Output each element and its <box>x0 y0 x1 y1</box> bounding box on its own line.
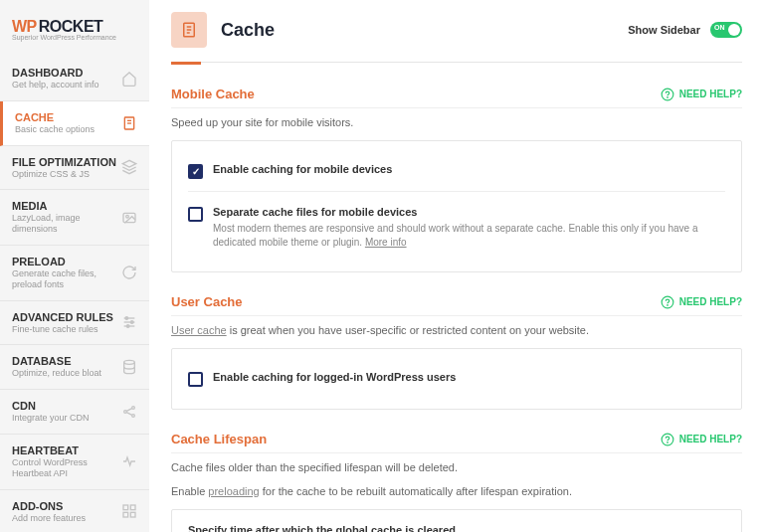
header: Cache Show Sidebar ON <box>171 12 742 63</box>
cache-icon <box>171 12 207 48</box>
opt-label: Enable caching for mobile devices <box>213 163 725 175</box>
refresh-icon <box>121 265 137 280</box>
svg-rect-19 <box>130 505 135 510</box>
more-info-link[interactable]: More info <box>365 237 407 248</box>
nav-title: DATABASE <box>12 355 101 367</box>
nav-desc: Generate cache files, preload fonts <box>12 268 121 290</box>
nav-desc: LazyLoad, image dimensions <box>12 213 121 235</box>
opt-enable-user-cache: Enable caching for logged-in WordPress u… <box>188 363 725 395</box>
svg-point-5 <box>126 215 129 218</box>
svg-point-9 <box>125 317 128 320</box>
sidebar-item-cdn[interactable]: CDNIntegrate your CDN <box>0 390 149 435</box>
nav-desc: Add more features <box>12 513 86 524</box>
sidebar-item-file-optimization[interactable]: FILE OPTIMIZATIONOptimize CSS & JS <box>0 146 149 191</box>
svg-point-14 <box>132 407 135 410</box>
need-help-lifespan[interactable]: NEED HELP? <box>661 433 742 446</box>
db-icon <box>121 359 137 375</box>
help-icon <box>661 433 674 446</box>
need-help-user[interactable]: NEED HELP? <box>661 295 742 309</box>
show-sidebar-label: Show Sidebar <box>628 24 700 36</box>
opt-separate-mobile-cache: Separate cache files for mobile devices … <box>188 191 725 258</box>
home-icon <box>121 71 137 87</box>
panel-mobile: Enable caching for mobile devices Separa… <box>171 140 742 272</box>
nav-desc: Fine-tune cache rules <box>12 324 113 335</box>
page-title: Cache <box>221 20 275 41</box>
svg-marker-3 <box>122 161 135 168</box>
sidebar-item-preload[interactable]: PRELOADGenerate cache files, preload fon… <box>0 246 149 301</box>
sidebar-item-cache[interactable]: CACHEBasic cache options <box>0 101 149 146</box>
show-sidebar-toggle[interactable]: ON <box>710 22 742 38</box>
need-help-mobile[interactable]: NEED HELP? <box>661 88 742 101</box>
section-title-user: User Cache <box>171 294 243 309</box>
preloading-link[interactable]: preloading <box>208 485 259 497</box>
nav-title: CACHE <box>15 111 95 123</box>
nav-title: FILE OPTIMIZATION <box>12 156 116 168</box>
logo: WP ROCKET Superior WordPress Performance <box>0 10 149 57</box>
section-cache-lifespan: Cache Lifespan NEED HELP? Cache files ol… <box>171 432 742 532</box>
lifespan-desc2: Enable preloading for the cache to be re… <box>171 485 742 497</box>
user-cache-link[interactable]: User cache <box>171 324 227 336</box>
nav-title: PRELOAD <box>12 256 121 267</box>
opt-label: Enable caching for logged-in WordPress u… <box>213 371 725 383</box>
svg-point-13 <box>124 411 127 414</box>
svg-point-29 <box>667 304 668 305</box>
sidebar: WP ROCKET Superior WordPress Performance… <box>0 0 149 532</box>
section-title-lifespan: Cache Lifespan <box>171 432 267 446</box>
section-title-mobile: Mobile Cache <box>171 87 255 101</box>
nav-title: CDN <box>12 400 90 412</box>
share-icon <box>121 404 137 420</box>
nav-desc: Integrate your CDN <box>12 413 90 424</box>
svg-rect-20 <box>123 513 128 518</box>
sidebar-item-media[interactable]: MEDIALazyLoad, image dimensions <box>0 190 149 246</box>
section-desc-mobile: Speed up your site for mobile visitors. <box>171 116 742 128</box>
image-icon <box>121 210 137 226</box>
help-icon <box>661 88 674 101</box>
svg-rect-18 <box>123 505 128 510</box>
svg-point-10 <box>130 321 133 324</box>
logo-tagline: Superior WordPress Performance <box>12 34 137 41</box>
sidebar-item-add-ons[interactable]: ADD-ONSAdd more features <box>0 490 149 532</box>
nav-title: HEARTBEAT <box>12 444 121 456</box>
tab-indicator <box>171 62 201 65</box>
nav-desc: Optimize CSS & JS <box>12 169 116 180</box>
main: Cache Show Sidebar ON Mobile Cache NEED … <box>149 0 764 532</box>
nav-desc: Get help, account info <box>12 80 99 90</box>
help-icon <box>661 295 674 309</box>
sliders-icon <box>121 314 137 330</box>
stack-icon <box>121 159 137 175</box>
sidebar-item-heartbeat[interactable]: HEARTBEATControl WordPress Heartbeat API <box>0 435 149 490</box>
checkbox-separate-mobile[interactable] <box>188 207 203 222</box>
nav-desc: Basic cache options <box>15 124 95 135</box>
nav: DASHBOARDGet help, account infoCACHEBasi… <box>0 57 149 532</box>
lifespan-desc1: Cache files older than the specified lif… <box>171 461 742 473</box>
nav-desc: Optimize, reduce bloat <box>12 368 101 379</box>
opt-label: Separate cache files for mobile devices <box>213 206 725 218</box>
nav-title: DASHBOARD <box>12 67 99 79</box>
section-user-cache: User Cache NEED HELP? User cache is grea… <box>171 294 742 410</box>
svg-line-16 <box>126 409 131 412</box>
checkbox-enable-mobile[interactable] <box>188 164 203 179</box>
sidebar-item-advanced-rules[interactable]: ADVANCED RULESFine-tune cache rules <box>0 301 149 346</box>
heart-icon <box>121 453 137 469</box>
addon-icon <box>121 503 137 519</box>
svg-point-15 <box>132 415 135 418</box>
sidebar-item-database[interactable]: DATABASEOptimize, reduce bloat <box>0 345 149 390</box>
svg-line-17 <box>126 413 131 416</box>
svg-point-11 <box>126 325 129 328</box>
lifespan-panel-title: Specify time after which the global cach… <box>188 524 725 532</box>
svg-point-31 <box>667 442 668 443</box>
opt-desc: Most modern themes are responsive and sh… <box>213 222 725 250</box>
sidebar-item-dashboard[interactable]: DASHBOARDGet help, account info <box>0 57 149 101</box>
svg-point-27 <box>667 96 668 97</box>
panel-lifespan: Specify time after which the global cach… <box>171 509 742 532</box>
nav-title: ADD-ONS <box>12 500 86 512</box>
section-mobile-cache: Mobile Cache NEED HELP? Speed up your si… <box>171 87 742 272</box>
opt-enable-mobile-cache: Enable caching for mobile devices <box>188 155 725 187</box>
svg-rect-21 <box>130 513 135 518</box>
doc-icon <box>121 115 137 131</box>
svg-point-12 <box>124 361 135 365</box>
checkbox-user-cache[interactable] <box>188 372 203 387</box>
nav-title: MEDIA <box>12 200 121 212</box>
section-desc-user: User cache is great when you have user-s… <box>171 324 742 336</box>
panel-user: Enable caching for logged-in WordPress u… <box>171 348 742 410</box>
